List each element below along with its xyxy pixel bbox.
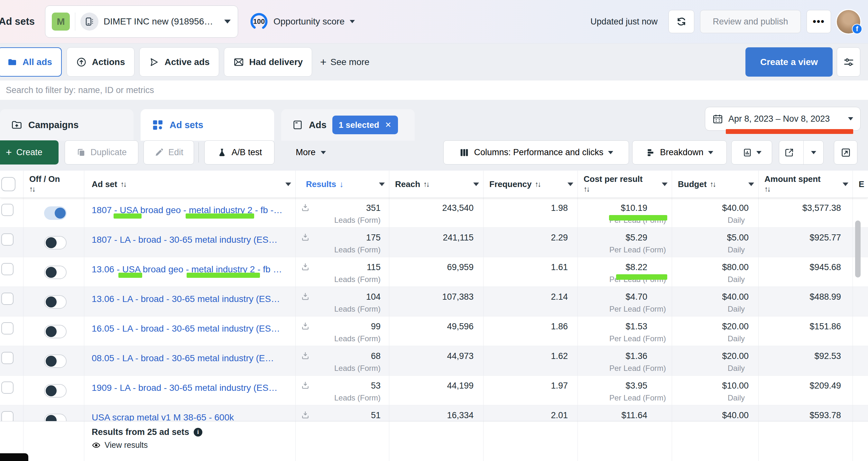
- trend-arrow-icon: [840, 147, 851, 158]
- row-toggle[interactable]: [44, 354, 67, 368]
- row-checkbox[interactable]: [1, 381, 13, 394]
- create-a-view-button[interactable]: Create a view: [745, 47, 833, 77]
- vertical-scrollbar[interactable]: [855, 221, 861, 278]
- selected-count-badge[interactable]: 1 selected ✕: [332, 116, 398, 134]
- chevron-down-icon[interactable]: [379, 182, 385, 186]
- row-checkbox[interactable]: [1, 293, 13, 305]
- table-row: 13.06 - USA broad geo - metal industry 2…: [0, 257, 868, 287]
- header-cost-per-result[interactable]: Cost per result ↑↓: [578, 171, 672, 198]
- row-toggle[interactable]: [44, 325, 67, 338]
- breakdown-dropdown[interactable]: Breakdown: [632, 140, 727, 165]
- row-toggle[interactable]: [44, 295, 67, 309]
- reports-dropdown[interactable]: [731, 140, 772, 165]
- row-toggle[interactable]: [44, 236, 67, 250]
- tab-ads[interactable]: Ads 1 selected ✕: [281, 109, 415, 141]
- refresh-button[interactable]: [669, 10, 694, 33]
- sort-icon: ↑↓: [710, 179, 715, 189]
- header-ends[interactable]: E: [853, 171, 868, 198]
- view-settings-button[interactable]: [837, 47, 860, 77]
- chip-had-delivery[interactable]: Had delivery: [224, 47, 312, 77]
- opportunity-score-dropdown[interactable]: 100 Opportunity score: [250, 12, 355, 31]
- row-toggle[interactable]: [44, 384, 67, 398]
- adset-name-link[interactable]: 1807 - LA - broad - 30-65 metal industry…: [92, 228, 277, 245]
- row-toggle[interactable]: [44, 266, 67, 279]
- row-checkbox[interactable]: [1, 411, 13, 421]
- chevron-down-icon[interactable]: [473, 182, 479, 186]
- row-toggle[interactable]: [44, 414, 67, 421]
- ab-test-button[interactable]: A/B test: [204, 140, 274, 165]
- folder-icon: [7, 57, 18, 67]
- search-bar[interactable]: Search to filter by: name, ID or metrics: [0, 81, 868, 100]
- download-icon[interactable]: [301, 381, 310, 390]
- chevron-down-icon[interactable]: [567, 182, 573, 186]
- export-split-button[interactable]: [779, 140, 824, 165]
- header-off-on[interactable]: Off / On ↑↓: [24, 171, 84, 198]
- row-checkbox[interactable]: [1, 352, 13, 364]
- edit-button[interactable]: Edit: [144, 140, 194, 165]
- budget-label: Daily: [672, 393, 758, 403]
- header-budget[interactable]: Budget ↑↓: [672, 171, 758, 198]
- chevron-down-icon: [321, 151, 326, 154]
- more-dropdown[interactable]: More: [291, 140, 330, 165]
- row-checkbox[interactable]: [1, 322, 13, 335]
- download-icon[interactable]: [301, 233, 310, 242]
- header-ad-set[interactable]: Ad set ↑↓: [84, 171, 296, 198]
- export-icon[interactable]: [779, 141, 799, 164]
- chevron-down-icon[interactable]: [662, 182, 668, 186]
- adset-name-link[interactable]: 13.06 - USA broad geo - metal industry 2…: [92, 257, 282, 275]
- row-toggle[interactable]: [44, 206, 67, 220]
- header-results[interactable]: Results ↓: [296, 171, 389, 198]
- download-icon[interactable]: [301, 351, 310, 360]
- date-range-label: Apr 8, 2023 – Nov 8, 2023: [728, 114, 830, 124]
- close-icon[interactable]: ✕: [385, 120, 392, 129]
- frequency-value: 1.98: [484, 198, 578, 213]
- account-name: DIMET INC new (918956…: [103, 17, 219, 27]
- download-icon[interactable]: [301, 410, 310, 420]
- download-icon[interactable]: [301, 203, 310, 212]
- row-checkbox[interactable]: [1, 263, 13, 275]
- row-checkbox[interactable]: [1, 204, 13, 216]
- view-results-button[interactable]: View results: [92, 440, 295, 450]
- columns-icon: [459, 147, 469, 158]
- see-more-button[interactable]: + See more: [320, 56, 369, 68]
- account-picker-dropdown[interactable]: M DIMET INC new (918956…: [45, 5, 238, 38]
- chip-actions[interactable]: Actions: [67, 47, 134, 77]
- reach-value: 107,383: [389, 287, 483, 302]
- header-frequency[interactable]: Frequency ↑↓: [484, 171, 578, 198]
- create-button[interactable]: + Create: [0, 140, 59, 165]
- download-icon[interactable]: [301, 322, 310, 330]
- export-caret[interactable]: [803, 141, 823, 164]
- header-amount-spent[interactable]: Amount spent ↑↓: [758, 171, 853, 198]
- columns-dropdown[interactable]: Columns: Performance and clicks: [443, 140, 629, 165]
- date-range-picker[interactable]: Apr 8, 2023 – Nov 8, 2023: [705, 107, 861, 131]
- duplicate-button[interactable]: Duplicate: [65, 140, 138, 165]
- results-label: Leads (Form): [296, 334, 389, 344]
- adset-name-link[interactable]: 1807 - USA broad geo - metal industry 2 …: [92, 198, 282, 215]
- select-all-checkbox[interactable]: [1, 177, 16, 191]
- chevron-down-icon[interactable]: [285, 182, 291, 186]
- table-row: 1807 - LA - broad - 30-65 metal industry…: [0, 228, 868, 257]
- tab-ad-sets[interactable]: Ad sets: [141, 109, 274, 141]
- info-icon[interactable]: i: [194, 428, 203, 436]
- download-icon[interactable]: [301, 262, 310, 271]
- chip-active-ads[interactable]: Active ads: [139, 47, 219, 77]
- chevron-down-icon[interactable]: [843, 182, 848, 186]
- avatar[interactable]: f: [837, 10, 860, 33]
- row-checkbox[interactable]: [1, 233, 13, 246]
- highlight-marker: [186, 213, 254, 219]
- frequency-value: 1.61: [484, 257, 578, 273]
- chip-all-ads[interactable]: All ads: [0, 47, 62, 77]
- adset-name-link[interactable]: USA scrap metal v1 M 38-65 - 600k: [92, 405, 234, 421]
- download-icon[interactable]: [301, 292, 310, 301]
- more-options-button[interactable]: •••: [807, 10, 831, 33]
- charts-button[interactable]: [834, 140, 857, 165]
- adset-name-link[interactable]: 13.06 - LA - broad - 30-65 metal industr…: [92, 287, 280, 304]
- review-and-publish-button[interactable]: Review and publish: [700, 10, 801, 33]
- tab-campaigns[interactable]: Campaigns: [0, 109, 133, 141]
- adset-name-link[interactable]: 08.05 - LA - broad - 30-65 metal industr…: [92, 346, 274, 364]
- header-reach[interactable]: Reach ↑↓: [389, 171, 484, 198]
- adset-name-link[interactable]: 1909 - LA - broad - 30-65 metal industry…: [92, 376, 277, 393]
- cpr-label: Per Lead (Form): [578, 334, 672, 344]
- adset-name-link[interactable]: 16.05 - LA - broad - 30-65 metal industr…: [92, 316, 280, 334]
- chevron-down-icon[interactable]: [748, 182, 754, 186]
